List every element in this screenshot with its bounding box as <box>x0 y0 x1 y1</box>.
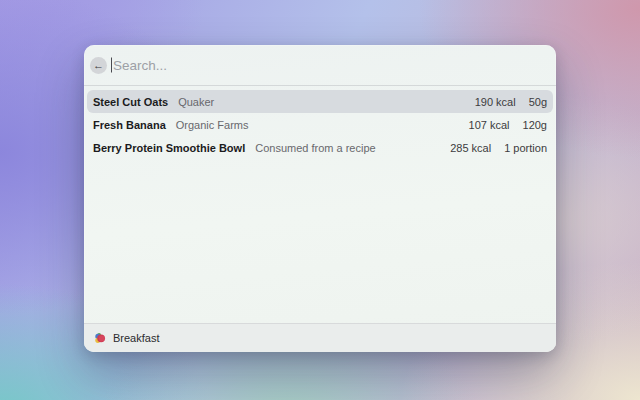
food-app-icon <box>94 332 106 344</box>
search-field-wrap <box>110 58 546 73</box>
search-input[interactable] <box>110 58 546 73</box>
food-name: Berry Protein Smoothie Bowl <box>93 142 245 154</box>
arrow-left-icon: ← <box>93 59 104 71</box>
result-row[interactable]: Fresh Banana Organic Farms 107 kcal 120g <box>87 113 553 136</box>
food-amount: 120g <box>523 119 547 131</box>
text-caret <box>111 58 112 73</box>
food-name: Fresh Banana <box>93 119 166 131</box>
food-brand: Consumed from a recipe <box>255 142 375 154</box>
food-kcal: 107 kcal <box>469 119 510 131</box>
food-amount: 1 portion <box>504 142 547 154</box>
result-row[interactable]: Berry Protein Smoothie Bowl Consumed fro… <box>87 136 553 159</box>
food-amount: 50g <box>529 96 547 108</box>
food-brand: Organic Farms <box>176 119 249 131</box>
footer-bar: Breakfast <box>84 323 556 352</box>
food-kcal: 285 kcal <box>450 142 491 154</box>
food-name: Steel Cut Oats <box>93 96 168 108</box>
results-list: Steel Cut Oats Quaker 190 kcal 50g Fresh… <box>84 86 556 323</box>
food-brand: Quaker <box>178 96 214 108</box>
food-search-window: ← Steel Cut Oats Quaker 190 kcal 50g Fre… <box>84 45 556 352</box>
back-button[interactable]: ← <box>90 57 107 74</box>
search-bar: ← <box>84 45 556 86</box>
meal-context-label: Breakfast <box>113 332 159 344</box>
result-row[interactable]: Steel Cut Oats Quaker 190 kcal 50g <box>87 90 553 113</box>
food-kcal: 190 kcal <box>475 96 516 108</box>
desktop-wallpaper: ← Steel Cut Oats Quaker 190 kcal 50g Fre… <box>0 0 640 400</box>
